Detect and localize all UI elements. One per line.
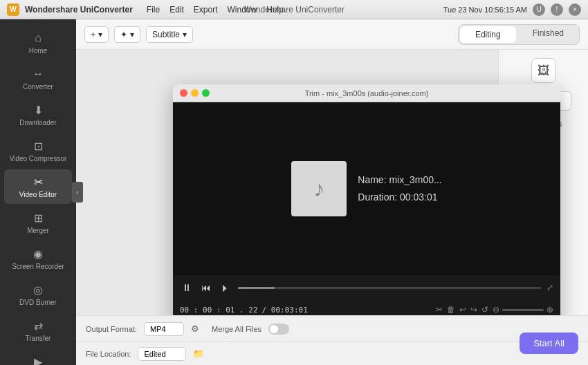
refresh-icon[interactable]: ↺ bbox=[481, 305, 488, 315]
expand-icon[interactable]: ⤢ bbox=[546, 283, 553, 292]
merger-icon: ⊞ bbox=[31, 211, 45, 225]
sidebar-label-merger: Merger bbox=[27, 227, 49, 234]
redo-icon[interactable]: ↪ bbox=[470, 305, 477, 315]
prev-button[interactable]: ⏮ bbox=[199, 282, 213, 293]
sidebar-label-editor: Video Editor bbox=[19, 191, 57, 198]
sidebar-item-player[interactable]: ▶ Player bbox=[4, 349, 72, 365]
video-preview-area: ♪ Name: mix_3m00... Duration: 00:03:01 bbox=[173, 102, 560, 275]
close-icon[interactable]: × bbox=[569, 3, 581, 16]
current-timecode: 00 : 00 : 01 . 22 bbox=[180, 306, 258, 315]
user-icon[interactable]: U bbox=[533, 3, 545, 16]
audio-duration: Duration: 00:03:01 bbox=[358, 189, 441, 206]
sidebar-item-home[interactable]: ⌂ Home bbox=[4, 26, 72, 60]
cut-icon[interactable]: ✂ bbox=[436, 305, 443, 315]
dvd-icon: ◎ bbox=[31, 283, 45, 297]
effects-button[interactable]: ✦ ▾ bbox=[114, 26, 140, 43]
tab-group: Editing Finished bbox=[458, 24, 580, 45]
add-media-button[interactable]: + ▾ bbox=[84, 26, 109, 43]
compressor-icon: ⊡ bbox=[31, 139, 45, 153]
effects-label: ▾ bbox=[130, 30, 134, 39]
app-icon: W bbox=[7, 3, 19, 16]
body-area: Trim - mix_3m00s (audio-joiner.com) ♪ Na… bbox=[76, 50, 588, 315]
sidebar-item-video-editor[interactable]: ✂ Video Editor bbox=[4, 169, 72, 204]
converter-icon: ↔ bbox=[31, 67, 45, 81]
sidebar-item-converter[interactable]: ↔ Converter bbox=[4, 62, 72, 96]
file-location-bar: File Location: Edited Custom 📁 bbox=[76, 341, 588, 365]
merge-all-files-label: Merge All Files bbox=[212, 325, 261, 333]
sidebar-label-converter: Converter bbox=[23, 83, 53, 91]
sidebar-label-downloader: Downloader bbox=[19, 119, 56, 127]
window-title: Wondershare UniConverter bbox=[244, 5, 344, 15]
start-all-button[interactable]: Start All bbox=[520, 333, 578, 354]
subtitle-label: Subtitle bbox=[152, 30, 180, 39]
dialog-title: Trim - mix_3m00s (audio-joiner.com) bbox=[305, 89, 429, 97]
media-library-icon[interactable]: 🖼 bbox=[531, 58, 556, 83]
app-name: Wondershare UniConverter bbox=[25, 5, 133, 15]
menu-file[interactable]: File bbox=[147, 5, 160, 15]
editing-area: Trim - mix_3m00s (audio-joiner.com) ♪ Na… bbox=[76, 50, 498, 315]
add-media-label: ▾ bbox=[98, 30, 102, 39]
effects-icon: ✦ bbox=[120, 30, 127, 39]
audio-thumbnail: ♪ bbox=[291, 161, 347, 216]
zoom-slider[interactable] bbox=[502, 309, 544, 311]
recorder-icon: ◉ bbox=[31, 247, 45, 261]
sidebar-label-compressor: Video Compressor bbox=[10, 155, 67, 162]
audio-metadata: Name: mix_3m00... Duration: 00:03:01 bbox=[358, 171, 441, 206]
top-toolbar: + ▾ ✦ ▾ Subtitle ▾ Editing Finished bbox=[76, 19, 588, 50]
zoom-bar: ⊖ ⊕ bbox=[493, 305, 553, 315]
home-icon: ⌂ bbox=[31, 31, 45, 45]
title-bar: W Wondershare UniConverter File Edit Exp… bbox=[0, 0, 588, 19]
dialog-maximize-dot[interactable] bbox=[202, 89, 210, 97]
output-settings-icon[interactable]: ⚙ bbox=[191, 324, 199, 334]
sidebar-item-downloader[interactable]: ⬇ Downloader bbox=[4, 97, 72, 132]
transfer-icon: ⇄ bbox=[31, 319, 45, 333]
subtitle-chevron-icon: ▾ bbox=[183, 30, 187, 39]
playback-progress[interactable] bbox=[238, 287, 541, 289]
menu-edit[interactable]: Edit bbox=[169, 5, 184, 15]
dialog-minimize-dot[interactable] bbox=[191, 89, 199, 97]
sidebar-label-recorder: Screen Recorder bbox=[12, 263, 64, 270]
sidebar-label-home: Home bbox=[29, 47, 48, 55]
output-format-select[interactable]: MP4 MOV AVI MKV bbox=[144, 322, 184, 336]
timecode-bar: 00 : 00 : 01 . 22 / 00:03:01 ✂ 🗑 ↩ ↪ ↺ ⊖ bbox=[173, 300, 560, 315]
sidebar-item-video-compressor[interactable]: ⊡ Video Compressor bbox=[4, 133, 72, 168]
playback-bar: ⏸ ⏮ ⏵ ⤢ bbox=[173, 275, 560, 300]
zoom-out-icon[interactable]: ⊖ bbox=[493, 305, 499, 315]
folder-icon[interactable]: 📁 bbox=[193, 348, 204, 359]
main-layout: ⌂ Home ↔ Converter ⬇ Downloader ⊡ Video … bbox=[0, 19, 588, 365]
undo-icon[interactable]: ↩ bbox=[459, 305, 466, 315]
alert-icon[interactable]: ! bbox=[551, 3, 563, 16]
sidebar-item-merger[interactable]: ⊞ Merger bbox=[4, 205, 72, 240]
sidebar-label-dvd: DVD Burner bbox=[19, 299, 57, 306]
tab-editing[interactable]: Editing bbox=[460, 26, 516, 43]
tab-finished[interactable]: Finished bbox=[517, 25, 579, 44]
sidebar-toggle[interactable]: ‹ bbox=[72, 182, 83, 203]
sidebar: ⌂ Home ↔ Converter ⬇ Downloader ⊡ Video … bbox=[0, 19, 76, 365]
sidebar-item-screen-recorder[interactable]: ◉ Screen Recorder bbox=[4, 241, 72, 276]
toggle-knob bbox=[270, 325, 278, 333]
pause-button[interactable]: ⏸ bbox=[180, 282, 194, 293]
dialog-window-controls bbox=[180, 89, 210, 97]
play-button[interactable]: ⏵ bbox=[219, 282, 232, 293]
title-bar-left: W Wondershare UniConverter File Edit Exp… bbox=[7, 3, 284, 16]
sidebar-item-dvd-burner[interactable]: ◎ DVD Burner bbox=[4, 277, 72, 312]
merge-all-toggle[interactable] bbox=[268, 324, 289, 335]
system-time: Tue 23 Nov 10:56:15 AM bbox=[443, 6, 527, 14]
file-location-select[interactable]: Edited Custom bbox=[138, 347, 186, 361]
audio-info: ♪ Name: mix_3m00... Duration: 00:03:01 bbox=[291, 161, 441, 216]
file-location-label: File Location: bbox=[86, 350, 131, 358]
output-format-label: Output Format: bbox=[86, 325, 137, 333]
music-note-icon: ♪ bbox=[313, 176, 324, 202]
subtitle-button[interactable]: Subtitle ▾ bbox=[146, 26, 193, 43]
zoom-in-icon[interactable]: ⊕ bbox=[546, 305, 553, 315]
total-duration: / 00:03:01 bbox=[262, 306, 308, 315]
sidebar-item-transfer[interactable]: ⇄ Transfer bbox=[4, 313, 72, 348]
output-format-bar: Output Format: MP4 MOV AVI MKV ⚙ Merge A… bbox=[76, 315, 588, 341]
dialog-close-dot[interactable] bbox=[180, 89, 187, 97]
player-icon: ▶ bbox=[31, 355, 45, 365]
title-bar-right: Tue 23 Nov 10:56:15 AM U ! × bbox=[443, 3, 581, 16]
editor-icon: ✂ bbox=[31, 175, 45, 189]
delete-icon[interactable]: 🗑 bbox=[447, 305, 455, 315]
menu-export[interactable]: Export bbox=[194, 5, 218, 15]
downloader-icon: ⬇ bbox=[31, 103, 45, 117]
